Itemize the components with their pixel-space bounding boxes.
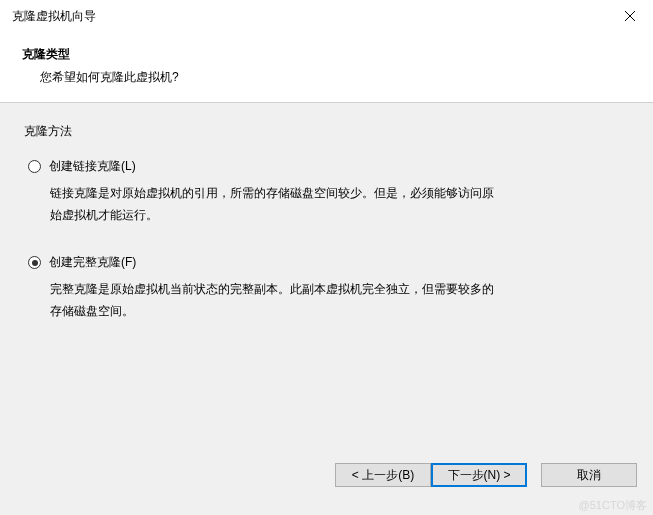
clone-method-label: 克隆方法 xyxy=(24,123,629,140)
back-button[interactable]: < 上一步(B) xyxy=(335,463,431,487)
close-icon xyxy=(625,11,635,21)
page-title: 克隆类型 xyxy=(22,46,643,63)
radio-icon xyxy=(28,256,41,269)
button-bar: < 上一步(B) 下一步(N) > 取消 xyxy=(0,453,653,515)
cancel-button[interactable]: 取消 xyxy=(541,463,637,487)
close-button[interactable] xyxy=(607,0,653,32)
page-subtitle: 您希望如何克隆此虚拟机? xyxy=(22,69,643,86)
wizard-header: 克隆类型 您希望如何克隆此虚拟机? xyxy=(0,32,653,103)
titlebar: 克隆虚拟机向导 xyxy=(0,0,653,32)
radio-icon xyxy=(28,160,41,173)
content-area: 克隆方法 创建链接克隆(L) 链接克隆是对原始虚拟机的引用，所需的存储磁盘空间较… xyxy=(0,103,653,463)
radio-description: 完整克隆是原始虚拟机当前状态的完整副本。此副本虚拟机完全独立，但需要较多的存储磁… xyxy=(28,279,498,322)
radio-label: 创建链接克隆(L) xyxy=(49,158,136,175)
radio-option-full-clone[interactable]: 创建完整克隆(F) 完整克隆是原始虚拟机当前状态的完整副本。此副本虚拟机完全独立… xyxy=(28,254,629,322)
window-title: 克隆虚拟机向导 xyxy=(12,8,96,25)
radio-option-linked-clone[interactable]: 创建链接克隆(L) 链接克隆是对原始虚拟机的引用，所需的存储磁盘空间较少。但是，… xyxy=(28,158,629,226)
radio-description: 链接克隆是对原始虚拟机的引用，所需的存储磁盘空间较少。但是，必须能够访问原始虚拟… xyxy=(28,183,498,226)
next-button[interactable]: 下一步(N) > xyxy=(431,463,527,487)
clone-method-radio-group: 创建链接克隆(L) 链接克隆是对原始虚拟机的引用，所需的存储磁盘空间较少。但是，… xyxy=(24,158,629,322)
radio-label: 创建完整克隆(F) xyxy=(49,254,136,271)
